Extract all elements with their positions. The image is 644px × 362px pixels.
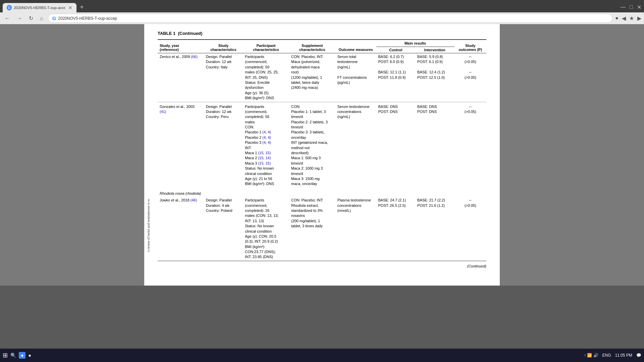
toolbar-icons: ● ◀ ★ ▶ xyxy=(615,15,641,21)
active-tab[interactable]: G 2020NOV5-HERBS-T-oup-accep ✕ xyxy=(3,3,76,12)
supplement-char-jowko: CON: Placebo; INT:Rhodiola extract,stand… xyxy=(289,197,335,261)
bookmark-icon[interactable]: ★ xyxy=(629,15,634,21)
taskbar-apps: ● ● xyxy=(19,352,31,359)
main-table: Study, year(reference) Studycharacterist… xyxy=(158,39,486,263)
outcome-jowko: Plasma testosteroneconcentrations(nmol/L… xyxy=(335,197,376,261)
window-controls: — □ ✕ xyxy=(620,4,641,10)
reload-button[interactable]: ↻ xyxy=(27,14,35,22)
minimize-button[interactable]: — xyxy=(620,4,626,10)
address-text: 2020NOV5-HERBS-T-oup-accep xyxy=(58,16,117,21)
study-ref-jowko: Jowko et al., 2018 (46) xyxy=(158,197,204,261)
outcomes-zenico: ↔(>0.05)↔(>0.05) xyxy=(454,53,486,102)
intervention-zenico: BASE: 5.9 (0.8)POST: 6.1 (0.9)BASE: 12.4… xyxy=(415,53,454,102)
taskbar-lang: ENG xyxy=(602,353,611,358)
google-favicon: G xyxy=(52,15,56,21)
intervention-jowko: BASE: 21.7 (2.2)POST: 21.6 (1.2) xyxy=(415,197,454,261)
col-main-results: Main results xyxy=(376,40,454,47)
notification-icon[interactable]: 💬 xyxy=(636,353,641,358)
taskbar-start[interactable]: ⊞ xyxy=(3,352,8,359)
supplement-char-gonzales: CON:Placebo 1: 1 tablet, 3times/dPlacebo… xyxy=(289,102,335,188)
table-row: Gonzales et al., 2003 (41) Design: Paral… xyxy=(158,102,486,188)
outcome-gonzales: Serum testosteroneconcentrations(ng/mL) xyxy=(335,102,376,188)
table-title: TABLE 1 (Continued) xyxy=(158,31,486,36)
taskbar-time: 11:05 PM xyxy=(615,353,632,358)
table-row: Jowko et al., 2018 (46) Design: Parallel… xyxy=(158,197,486,261)
chrome-taskbar-icon[interactable]: ● xyxy=(19,352,25,359)
forward-button[interactable]: → xyxy=(15,15,24,22)
side-label: A review of herbs and testosterone in m xyxy=(147,199,150,252)
back-button[interactable]: ← xyxy=(3,15,12,22)
taskbar: ⊞ 🔍 ● ● ↑ 📶 🔊 ENG 11:05 PM 💬 xyxy=(0,349,644,362)
browser-chrome: G 2020NOV5-HERBS-T-oup-accep ✕ + — □ ✕ xyxy=(0,0,644,12)
extensions-icon[interactable]: ◀ xyxy=(622,15,626,21)
outcomes-jowko: ↔(>0.05) xyxy=(454,197,486,261)
table-row: Zenico et al., 2009 (66) Design: Paralle… xyxy=(158,53,486,102)
study-char-zenico: Design: ParallelDuration: 12 wkCountry: … xyxy=(204,53,243,102)
app-icon-2[interactable]: ● xyxy=(28,353,31,358)
study-char-jowko: Design: ParallelDuration: 4 wkCountry: P… xyxy=(204,197,243,261)
close-window-button[interactable]: ✕ xyxy=(637,4,641,10)
taskbar-search[interactable]: 🔍 xyxy=(10,353,16,358)
col-study-outcomes: Studyoutcomes (P) xyxy=(454,40,486,53)
outcomes-gonzales: ↔(>0.05) xyxy=(454,102,486,188)
page-content: A review of herbs and testosterone in m … xyxy=(144,24,500,286)
col-study-year: Study, year(reference) xyxy=(158,40,204,53)
control-zenico: BASE: 6.2 (0.7)POST: 6.0 (0.9)BASE: 12.1… xyxy=(376,53,416,102)
study-ref-zenico: Zenico et al., 2009 (66) xyxy=(158,53,204,102)
continued-label: (Continued) xyxy=(158,263,486,268)
profile-extension-icon[interactable]: ● xyxy=(615,15,619,21)
home-button[interactable]: ⌂ xyxy=(38,15,45,22)
page-wrapper: A review of herbs and testosterone in m … xyxy=(0,24,644,286)
windows-icon[interactable]: ⊞ xyxy=(3,352,8,359)
col-control: Control xyxy=(376,47,416,53)
tab-bar: G 2020NOV5-HERBS-T-oup-accep ✕ + xyxy=(3,2,618,12)
participant-char-zenico: Participants(commenced,completed): 50mal… xyxy=(243,53,289,102)
outcome-zenico: Serum totaltestosterone(ng/mL)FT concent… xyxy=(335,53,376,102)
study-ref-gonzales: Gonzales et al., 2003 (41) xyxy=(158,102,204,188)
tab-favicon: G xyxy=(7,5,12,10)
col-supplement-char: Supplementcharacteristics xyxy=(289,40,335,53)
taskbar-right: ↑ 📶 🔊 ENG 11:05 PM 💬 xyxy=(584,353,641,358)
supplement-char-zenico: CON: Placebo; INT:Maca (pulverized,dehyd… xyxy=(289,53,335,102)
tab-close-button[interactable]: ✕ xyxy=(68,5,72,10)
maximize-button[interactable]: □ xyxy=(630,4,633,10)
intervention-gonzales: BASE: DNSPOST: DNS xyxy=(415,102,454,188)
section-header-rhodiola: Rhodiola rosea (rhodiola) xyxy=(158,188,486,197)
participant-char-gonzales: Participants(commenced,completed): 56mal… xyxy=(243,102,289,188)
table-header-row: Study, year(reference) Studycharacterist… xyxy=(158,40,486,47)
tab-title: 2020NOV5-HERBS-T-oup-accep xyxy=(14,6,65,10)
participant-char-jowko: Participants(commenced,completed): 26mal… xyxy=(243,197,289,261)
control-gonzales: BASE: DNSPOST: DNS xyxy=(376,102,416,188)
col-participant-char: Participantcharacteristics xyxy=(243,40,289,53)
account-icon[interactable]: ▶ xyxy=(637,15,641,21)
col-intervention: Intervention xyxy=(415,47,454,53)
taskbar-icons-right: ↑ 📶 🔊 xyxy=(584,353,598,358)
col-study-char: Studycharacteristics xyxy=(204,40,243,53)
new-tab-button[interactable]: + xyxy=(77,2,87,12)
address-bar[interactable]: G 2020NOV5-HERBS-T-oup-accep xyxy=(48,14,613,23)
search-icon: 🔍 xyxy=(10,353,16,358)
address-bar-row: ← → ↻ ⌂ G 2020NOV5-HERBS-T-oup-accep ● ◀… xyxy=(0,12,644,24)
control-jowko: BASE: 24.7 (2.1)POST: 26.5 (2.5) xyxy=(376,197,416,261)
study-char-gonzales: Design: ParallelDuration: 12 wkCountry: … xyxy=(204,102,243,188)
col-outcome: Outcome measures xyxy=(335,40,376,53)
